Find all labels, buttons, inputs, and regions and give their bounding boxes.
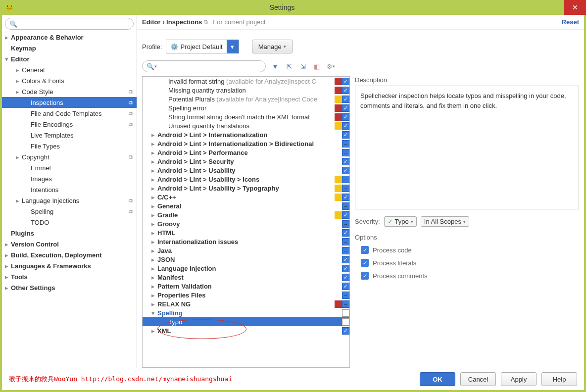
inspection-checkbox[interactable] — [342, 265, 349, 272]
inspection-checkbox[interactable] — [342, 167, 349, 174]
inspection-checkbox[interactable] — [342, 176, 349, 183]
inspection-row[interactable]: ▸Android > Lint > Performance — [143, 148, 349, 157]
inspection-row[interactable]: ▸General — [143, 201, 349, 210]
inspection-checkbox[interactable] — [342, 220, 349, 228]
inspection-search[interactable]: 🔍▾ — [142, 60, 266, 72]
option-row[interactable]: ✓Process literals — [361, 259, 579, 267]
tree-item[interactable]: ▸Tools — [2, 271, 137, 282]
inspection-checkbox[interactable] — [342, 238, 349, 245]
gear-icon[interactable]: ⚙▾ — [326, 62, 335, 71]
tree-item[interactable]: Images — [2, 173, 137, 184]
tree-item[interactable]: ▸Colors & Fonts — [2, 75, 137, 86]
inspection-row[interactable]: ▸Pattern Validation — [143, 282, 349, 291]
inspection-checkbox[interactable] — [342, 309, 349, 317]
expand-icon[interactable]: ⇱ — [285, 62, 293, 71]
inspection-row[interactable]: ▸Android > Lint > Security — [143, 157, 349, 166]
inspection-row[interactable]: ▸Android > Lint > Usability > Icons — [143, 175, 349, 184]
inspection-row[interactable]: Unused quantity translations — [143, 121, 349, 130]
inspection-row[interactable]: ▸Groovy — [143, 219, 349, 228]
inspection-checkbox[interactable] — [342, 113, 349, 121]
inspections-list[interactable]: Invalid format string (available for Ana… — [142, 76, 350, 368]
inspection-row[interactable]: ▸Android > Lint > Usability > Typography — [143, 184, 349, 193]
inspection-checkbox[interactable] — [342, 96, 349, 103]
profile-selector[interactable]: ⚙️Project Default ▾ — [166, 40, 239, 53]
filter-icon[interactable]: ▼ — [271, 62, 280, 71]
inspection-row[interactable]: ▸Android > Lint > Usability — [143, 166, 349, 175]
inspection-row[interactable]: ▸Manifest — [143, 273, 349, 282]
inspection-checkbox[interactable] — [342, 131, 349, 139]
tree-item[interactable]: ▾Editor — [2, 53, 137, 64]
close-button[interactable]: ✕ — [564, 0, 586, 15]
tree-item[interactable]: File and Code Templates⧉ — [2, 108, 137, 119]
tree-item[interactable]: ▸Languages & Frameworks — [2, 260, 137, 271]
tree-item[interactable]: ▸Copyright⧉ — [2, 151, 137, 162]
help-button[interactable]: Help — [541, 372, 577, 386]
tree-item[interactable]: ▸General — [2, 64, 137, 75]
inspection-checkbox[interactable] — [342, 87, 349, 94]
profile-dropdown-icon[interactable]: ▾ — [227, 40, 239, 53]
inspection-checkbox[interactable] — [342, 300, 349, 308]
settings-tree[interactable]: ▸Appearance & BehaviorKeymap▾Editor▸Gene… — [2, 32, 137, 368]
tree-item[interactable]: ▸Build, Execution, Deployment — [2, 249, 137, 260]
inspection-row[interactable]: ▸Language Injection — [143, 264, 349, 273]
eraser-icon[interactable]: ◧ — [312, 62, 321, 71]
tree-item[interactable]: TODO — [2, 217, 137, 228]
tree-item[interactable]: ▸Appearance & Behavior — [2, 32, 137, 43]
reset-link[interactable]: Reset — [562, 18, 579, 26]
option-checkbox[interactable]: ✓ — [361, 246, 369, 254]
tree-item[interactable]: ▸Code Style⧉ — [2, 86, 137, 97]
option-checkbox[interactable]: ✓ — [361, 272, 369, 280]
tree-item[interactable]: ▸Other Settings — [2, 282, 137, 293]
inspection-checkbox[interactable] — [342, 149, 349, 156]
inspection-checkbox[interactable] — [342, 318, 349, 326]
inspection-checkbox[interactable] — [342, 256, 349, 263]
inspection-checkbox[interactable] — [342, 229, 349, 237]
tree-item[interactable]: Inspections⧉ — [2, 97, 137, 108]
sidebar-search[interactable]: 🔍 — [5, 18, 134, 30]
apply-button[interactable]: Apply — [501, 372, 537, 386]
scope-select[interactable]: In All Scopes▾ — [421, 216, 469, 227]
inspection-checkbox[interactable] — [342, 194, 349, 201]
inspection-row[interactable]: ▸Android > Lint > Internationalization — [143, 130, 349, 139]
option-checkbox[interactable]: ✓ — [361, 259, 369, 267]
tree-item[interactable]: ▸Version Control — [2, 239, 137, 249]
inspection-checkbox[interactable] — [342, 283, 349, 290]
tree-item[interactable]: Plugins — [2, 228, 137, 239]
severity-select[interactable]: ✓Typo▾ — [384, 216, 417, 227]
inspection-checkbox[interactable] — [342, 140, 349, 147]
inspection-row[interactable]: Invalid format string (available for Ana… — [143, 77, 349, 86]
tree-item[interactable]: Emmet — [2, 162, 137, 173]
tree-item[interactable]: Spelling⧉ — [2, 206, 137, 217]
inspection-checkbox[interactable] — [342, 104, 349, 112]
inspection-row[interactable]: ▸Properties Files — [143, 291, 349, 299]
inspection-checkbox[interactable] — [342, 158, 349, 165]
tree-item[interactable]: Keymap — [2, 43, 137, 53]
ok-button[interactable]: OK — [420, 372, 455, 386]
tree-item[interactable]: ▸Language Injections⧉ — [2, 195, 137, 206]
inspection-row[interactable]: ▸XML — [143, 326, 349, 335]
inspection-checkbox[interactable] — [342, 202, 349, 210]
tree-item[interactable]: File Types — [2, 141, 137, 151]
tree-item[interactable]: Intentions — [2, 184, 137, 195]
inspection-checkbox[interactable] — [342, 274, 349, 281]
inspection-checkbox[interactable] — [342, 247, 349, 254]
inspection-checkbox[interactable] — [342, 327, 349, 335]
inspection-row[interactable]: Potential Plurals (available for Analyze… — [143, 95, 349, 103]
inspection-row[interactable]: ▸JSON — [143, 255, 349, 264]
tree-item[interactable]: Live Templates — [2, 130, 137, 141]
collapse-icon[interactable]: ⇲ — [298, 62, 307, 71]
tree-item[interactable]: File Encodings⧉ — [2, 119, 137, 130]
inspection-row[interactable]: ▸Java — [143, 246, 349, 255]
inspection-row[interactable]: ▸RELAX NG — [143, 299, 349, 308]
inspection-row[interactable]: ▸Internationalization issues — [143, 237, 349, 246]
option-row[interactable]: ✓Process comments — [361, 272, 579, 280]
inspection-row[interactable]: ▸C/C++ — [143, 193, 349, 201]
inspection-row[interactable]: Spelling error — [143, 103, 349, 112]
inspection-checkbox[interactable] — [342, 211, 349, 219]
inspection-checkbox[interactable] — [342, 122, 349, 130]
inspection-row[interactable]: ▾Spelling — [143, 308, 349, 317]
option-row[interactable]: ✓Process code — [361, 246, 579, 254]
inspection-row[interactable]: Missing quantity translation — [143, 86, 349, 95]
inspection-checkbox[interactable] — [342, 185, 349, 192]
inspection-row[interactable]: ▸Gradle — [143, 210, 349, 219]
